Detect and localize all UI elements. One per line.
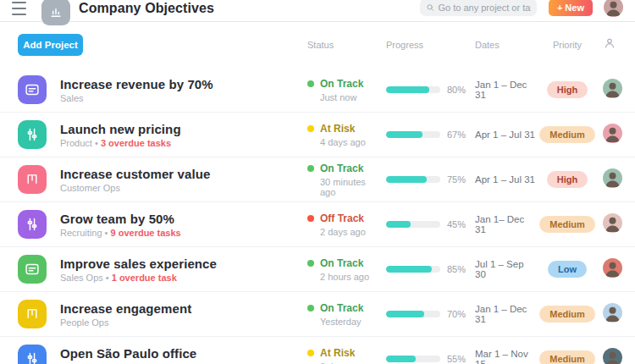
assignee-avatar[interactable] — [603, 168, 622, 188]
top-header: Company Objectives + New — [0, 0, 635, 22]
project-row[interactable]: Open São Paulo office Facilities • 4 ove… — [0, 337, 635, 364]
status-updated: Yesterday — [320, 317, 379, 327]
team-label: Recruiting — [60, 228, 102, 238]
assignee-column-icon — [599, 36, 635, 53]
date-range: Jul 1 – Sep 30 — [468, 259, 536, 279]
project-subtitle: Recruiting • 9 overdue tasks — [60, 228, 181, 238]
team-label: Product — [60, 138, 92, 148]
project-row[interactable]: Increase engagement People Ops On Track … — [0, 292, 635, 337]
sliders-icon — [18, 120, 47, 149]
new-button[interactable]: + New — [549, 0, 593, 16]
team-label: People Ops — [60, 317, 108, 328]
project-row[interactable]: Increase revenue by 70% Sales On Track J… — [0, 68, 635, 113]
global-search[interactable] — [420, 0, 537, 16]
project-row[interactable]: Increase customer value Customer Ops On … — [0, 157, 635, 202]
assignee-avatar[interactable] — [603, 348, 622, 364]
project-name[interactable]: Increase customer value — [60, 167, 210, 181]
project-row[interactable]: Improve sales experience Sales Ops • 1 o… — [0, 247, 635, 292]
progress-percent: 70% — [447, 309, 466, 319]
status-label: At Risk — [320, 347, 355, 359]
project-name[interactable]: Launch new pricing — [60, 122, 181, 136]
team-label: Sales Ops — [60, 273, 103, 283]
board-icon — [18, 165, 47, 194]
date-range: Apr 1 – Jul 31 — [468, 130, 536, 140]
project-name[interactable]: Improve sales experience — [60, 256, 217, 271]
column-header-status: Status — [301, 40, 379, 50]
overdue-label: 9 overdue tasks — [111, 228, 181, 238]
team-label: Sales — [60, 93, 84, 103]
progress-bar — [386, 356, 440, 362]
status-label: On Track — [320, 302, 363, 314]
status-label: At Risk — [320, 123, 355, 135]
progress-percent: 80% — [447, 85, 466, 95]
progress-percent: 45% — [447, 219, 466, 229]
project-name[interactable]: Increase revenue by 70% — [60, 77, 213, 91]
status-label: On Track — [320, 163, 363, 174]
project-name[interactable]: Increase engagement — [60, 301, 191, 316]
project-chart-icon — [41, 0, 70, 25]
progress-percent: 55% — [447, 354, 466, 364]
project-row[interactable]: Grow team by 50% Recruiting • 9 overdue … — [0, 202, 635, 247]
assignee-avatar[interactable] — [603, 213, 622, 233]
assignee-avatar[interactable] — [603, 79, 622, 98]
progress-bar — [386, 131, 440, 138]
status-dot — [307, 350, 314, 356]
progress-percent: 85% — [447, 264, 466, 274]
column-header-dates: Dates — [468, 40, 536, 50]
add-project-button[interactable]: Add Project — [18, 34, 83, 56]
priority-badge: Low — [548, 261, 587, 278]
hamburger-menu-icon[interactable] — [12, 2, 26, 15]
project-subtitle: Product • 3 overdue tasks — [60, 138, 181, 148]
list-icon — [18, 75, 47, 104]
search-input[interactable] — [438, 3, 530, 13]
status-dot — [307, 305, 314, 312]
status-label: On Track — [320, 257, 363, 269]
priority-badge: Medium — [539, 306, 595, 323]
column-header-progress: Progress — [379, 40, 468, 50]
status-cell: On Track Just now — [301, 78, 379, 102]
priority-badge: Medium — [539, 350, 595, 364]
progress-bar — [386, 176, 440, 183]
overdue-label: 3 overdue tasks — [101, 138, 171, 148]
status-dot — [307, 260, 314, 267]
date-range: Apr 1 – Jul 31 — [468, 174, 536, 185]
status-updated: 6 days ago — [320, 361, 379, 364]
assignee-avatar[interactable] — [603, 124, 622, 143]
status-dot — [307, 125, 314, 132]
status-cell: At Risk 4 days ago — [301, 123, 379, 147]
progress-bar — [386, 266, 440, 273]
project-name[interactable]: Open São Paulo office — [60, 346, 196, 361]
date-range: Jan 1 – Dec 31 — [468, 80, 536, 100]
date-range: Jan 1 – Dec 31 — [468, 304, 536, 324]
status-cell: On Track 30 minutes ago — [301, 163, 379, 197]
status-dot — [307, 215, 314, 222]
sliders-icon — [18, 210, 47, 239]
project-list: Increase revenue by 70% Sales On Track J… — [0, 68, 635, 364]
team-label: Customer Ops — [60, 183, 120, 193]
progress-percent: 75% — [447, 174, 466, 185]
progress-bar — [386, 311, 440, 317]
priority-badge: Medium — [539, 216, 595, 233]
status-label: On Track — [320, 78, 363, 90]
progress-bar — [386, 221, 440, 228]
project-row[interactable]: Launch new pricing Product • 3 overdue t… — [0, 113, 635, 157]
sliders-icon — [18, 345, 47, 364]
assignee-avatar[interactable] — [603, 303, 622, 323]
progress-bar — [386, 86, 440, 93]
priority-badge: High — [547, 171, 588, 188]
project-subtitle: Sales Ops • 1 overdue task — [60, 273, 217, 283]
status-updated: Just now — [320, 92, 379, 102]
column-header-priority: Priority — [536, 40, 599, 50]
list-toolbar: Add Project Status Progress Dates Priori… — [0, 22, 635, 68]
assignee-avatar[interactable] — [603, 258, 622, 278]
status-updated: 4 days ago — [320, 137, 379, 147]
status-cell: On Track 2 hours ago — [301, 257, 379, 282]
project-name[interactable]: Grow team by 50% — [60, 212, 181, 226]
status-cell: Off Track 2 days ago — [301, 212, 379, 237]
project-subtitle: People Ops — [60, 317, 191, 328]
project-subtitle: Sales — [60, 93, 213, 103]
date-range: Mar 1 – Nov 15 — [468, 349, 536, 364]
board-icon — [18, 300, 47, 328]
progress-percent: 67% — [447, 130, 466, 140]
user-avatar[interactable] — [604, 0, 623, 17]
